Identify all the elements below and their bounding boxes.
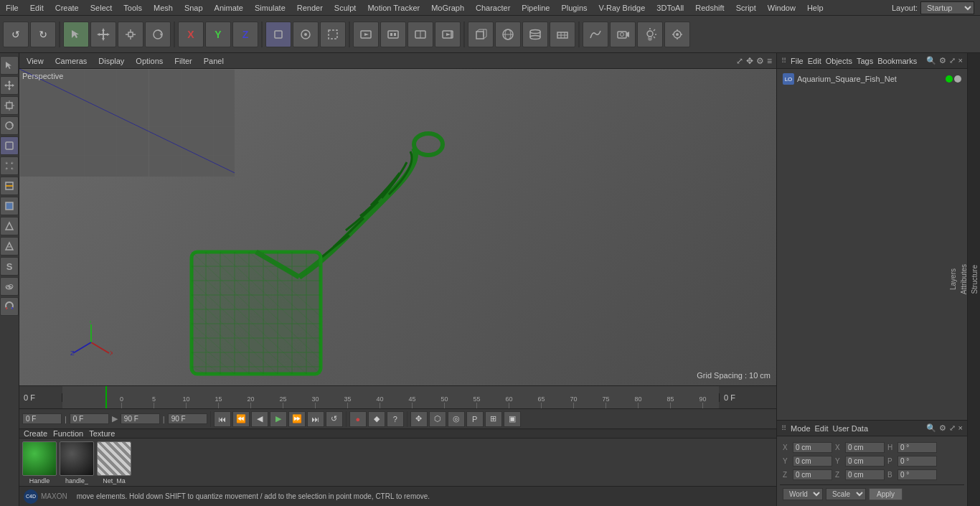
grid2-button[interactable]: ⊞ (485, 411, 502, 427)
coord-y1-input[interactable] (793, 456, 832, 467)
go-start-button[interactable]: ⏮ (214, 411, 231, 427)
material-create-menu[interactable]: Create (24, 429, 47, 438)
light-button[interactable] (637, 22, 663, 47)
scale-select[interactable]: Scale (826, 488, 866, 500)
redo-button[interactable]: ↺ (30, 22, 56, 47)
grid-button[interactable]: ⬡ (429, 411, 446, 427)
sphere-button[interactable] (495, 22, 521, 47)
menu-3dtoall[interactable]: 3DToAll (651, 2, 689, 14)
menu-mesh[interactable]: Mesh (148, 2, 179, 14)
x-axis-button[interactable]: X (178, 22, 204, 47)
sidebar-btn-edge-mode[interactable] (0, 177, 19, 195)
menu-create[interactable]: Create (50, 2, 85, 14)
film-play-button[interactable] (435, 22, 461, 47)
layout-select[interactable]: Startup Standard Modeling UV Edit (920, 1, 974, 14)
ob-file-menu[interactable]: File (791, 57, 804, 65)
ob-edit-menu[interactable]: Edit (808, 57, 821, 65)
far-tab-layers[interactable]: Layers (948, 264, 958, 294)
y-axis-button[interactable]: Y (205, 22, 231, 47)
timeline-ruler[interactable]: 0 5 10 15 20 25 30 35 40 45 50 55 60 65 … (62, 386, 719, 408)
z-axis-button[interactable]: Z (232, 22, 258, 47)
sidebar-btn-rotate[interactable] (0, 116, 19, 135)
rotate-button[interactable] (145, 22, 171, 47)
far-tab-attributes[interactable]: Attributes (958, 260, 969, 299)
film-clip-button[interactable] (407, 22, 433, 47)
viewport-close-icon[interactable]: ≡ (767, 56, 772, 66)
attr-edit-menu[interactable]: Edit (815, 424, 829, 433)
menu-simulate[interactable]: Simulate (249, 2, 291, 14)
object-item-fishnet[interactable]: LO Aquarium_Square_Fish_Net (780, 72, 964, 86)
menu-tools[interactable]: Tools (118, 2, 148, 14)
material-texture-menu[interactable]: Texture (89, 429, 115, 438)
menu-pipeline[interactable]: Pipeline (516, 2, 555, 14)
render-settings-button[interactable] (664, 22, 690, 47)
sidebar-btn-pointer[interactable] (0, 56, 19, 75)
menu-snap[interactable]: Snap (179, 2, 209, 14)
sidebar-btn-point-mode[interactable] (0, 156, 19, 175)
menu-edit[interactable]: Edit (24, 2, 50, 14)
object-mode-button[interactable] (265, 22, 291, 47)
palette-button[interactable]: P (466, 411, 484, 427)
menu-plugins[interactable]: Plugins (555, 2, 593, 14)
menu-mograph[interactable]: MoGraph (425, 2, 470, 14)
material-handle[interactable]: Handle (22, 441, 57, 484)
menu-sculpt[interactable]: Sculpt (329, 2, 362, 14)
visibility-dot[interactable] (946, 75, 953, 83)
sidebar-btn-magnet[interactable] (0, 297, 19, 316)
menu-character[interactable]: Character (470, 2, 516, 14)
menu-render[interactable]: Render (291, 2, 329, 14)
world-select[interactable]: World (783, 488, 823, 500)
menu-vray[interactable]: V-Ray Bridge (593, 2, 651, 14)
loop-button[interactable]: ↺ (326, 411, 343, 427)
menu-help[interactable]: Help (801, 2, 829, 14)
viewport-display-menu[interactable]: Display (95, 57, 127, 65)
coord-h-input[interactable] (897, 442, 937, 453)
sidebar-btn-uv[interactable] (0, 217, 19, 235)
sidebar-btn-poly-mode[interactable] (0, 197, 19, 215)
menu-file[interactable]: File (0, 2, 24, 14)
viewport-options-menu[interactable]: Options (133, 57, 166, 65)
move-button[interactable] (90, 22, 116, 47)
go-end-button[interactable]: ⏭ (307, 411, 324, 427)
menu-motion-tracker[interactable]: Motion Tracker (362, 2, 425, 14)
menu-window[interactable]: Window (762, 2, 801, 14)
sidebar-btn-texture[interactable] (0, 237, 19, 256)
coord-x2-input[interactable] (845, 442, 885, 453)
render-dot[interactable] (954, 75, 961, 83)
viewport-canvas[interactable]: X Y Z Perspective Grid Spacing : 10 cm (19, 69, 776, 385)
viewport-view-menu[interactable]: View (24, 57, 47, 65)
camera-button[interactable] (610, 22, 636, 47)
plane-button[interactable] (550, 22, 575, 47)
ob-objects-menu[interactable]: Objects (826, 57, 852, 65)
ob-tags-menu[interactable]: Tags (857, 57, 873, 65)
undo-button[interactable]: ↺ (3, 22, 29, 47)
snap-tool-button[interactable]: ✥ (410, 411, 428, 427)
sidebar-btn-move[interactable] (0, 76, 19, 95)
coord-y2-input[interactable] (845, 456, 885, 467)
coord-z2-input[interactable] (845, 469, 885, 480)
spline-button[interactable] (583, 22, 608, 47)
attr-mode-menu[interactable]: Mode (791, 424, 811, 433)
viewport-panel-menu[interactable]: Panel (201, 57, 227, 65)
world-button[interactable]: ◎ (448, 411, 465, 427)
attr-user-data-menu[interactable]: User Data (833, 424, 869, 433)
current-frame-input[interactable] (22, 413, 62, 424)
sidebar-btn-scale[interactable] (0, 96, 19, 115)
scale-button[interactable] (118, 22, 143, 47)
menu-redshift[interactable]: Redshift (689, 2, 730, 14)
material-handle2[interactable]: handle_ (60, 441, 94, 484)
viewport-move-icon[interactable]: ✥ (746, 56, 753, 66)
viewport-settings-icon[interactable]: ⚙ (756, 56, 764, 66)
preview-end-input[interactable] (168, 413, 207, 424)
cylinder-button[interactable] (522, 22, 548, 47)
menu-select[interactable]: Select (85, 2, 118, 14)
play-button[interactable]: ▶ (270, 411, 287, 427)
material-net[interactable]: Net_Ma (97, 441, 131, 484)
cube-button[interactable] (468, 22, 494, 47)
sidebar-btn-cloud[interactable] (0, 277, 19, 296)
film-button[interactable]: ▣ (504, 411, 521, 427)
prev-frame-button[interactable]: ⏪ (232, 411, 250, 427)
film-maker-button[interactable] (353, 22, 379, 47)
help-button[interactable]: ? (387, 411, 404, 427)
coord-z1-input[interactable] (793, 469, 832, 480)
